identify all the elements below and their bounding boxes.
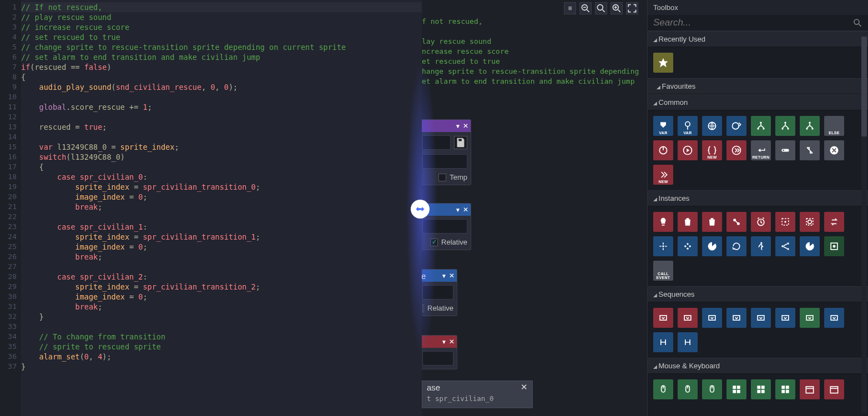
toolbox-item-mk-7[interactable] <box>800 379 820 399</box>
toolbox-item-inst-share[interactable] <box>775 236 795 256</box>
toolbox-item-mk-2[interactable] <box>678 379 698 399</box>
zoom-reset-icon[interactable] <box>595 2 607 14</box>
toolbox-item-mk-4[interactable] <box>726 379 746 399</box>
toolbox-item-inst-swap[interactable] <box>824 212 844 232</box>
toolbox-scrollbar[interactable] <box>861 37 867 414</box>
split-drag-handle[interactable] <box>411 200 430 219</box>
fullscreen-icon[interactable] <box>626 2 638 14</box>
toolbox-item-inst-target[interactable] <box>775 212 795 232</box>
toolbox-item-return[interactable]: RETURN <box>751 140 771 160</box>
svg-rect-53 <box>684 316 691 320</box>
toolbox-item-mk-3[interactable] <box>702 379 722 399</box>
toolbox-item-macro[interactable] <box>775 140 795 160</box>
toolbox-item-execute[interactable] <box>653 140 673 160</box>
toolbox-item-seq-3[interactable] <box>702 308 722 328</box>
section-favourites[interactable]: Favourites <box>648 78 868 94</box>
toolbox-item-star[interactable] <box>653 53 673 73</box>
toolbox-item-mk-1[interactable] <box>653 379 673 399</box>
close-icon[interactable]: ✕ <box>449 272 455 280</box>
toolbox-item-mk-5[interactable] <box>751 379 771 399</box>
toolbox-item-inst-link[interactable] <box>726 212 746 232</box>
svg-point-16 <box>757 128 759 129</box>
chevron-down-icon[interactable]: ▼ <box>441 273 447 279</box>
toolbox-item-seq-7[interactable] <box>800 308 820 328</box>
zoom-in-icon[interactable] <box>610 2 623 14</box>
svg-rect-74 <box>781 385 785 389</box>
svg-line-6 <box>618 10 620 12</box>
toolbox-item-seq-9[interactable] <box>653 332 673 352</box>
toolbox-item-globe[interactable] <box>702 116 722 136</box>
toolbox-item-if-expr[interactable] <box>775 116 795 136</box>
close-icon[interactable]: ✕ <box>463 122 468 130</box>
toolbox-item-seq-4[interactable] <box>726 308 746 328</box>
toolbox-item-inst-move[interactable] <box>653 236 673 256</box>
toolbox-item-inst-pac2[interactable] <box>800 236 820 256</box>
close-icon[interactable]: ✕ <box>463 206 468 214</box>
toolbox-item-seq-2[interactable] <box>678 308 698 328</box>
chevron-down-icon[interactable]: ▼ <box>455 207 461 213</box>
toolbox-item-mk-8[interactable] <box>824 379 844 399</box>
close-icon[interactable]: ✕ <box>521 382 528 392</box>
toolbox-item-play[interactable] <box>678 140 698 160</box>
section-sequences[interactable]: Sequences <box>648 286 868 302</box>
dnd-block-assign2[interactable]: e▼✕ Relative <box>422 269 457 316</box>
toolbox-item-inst-trash1[interactable] <box>678 212 698 232</box>
dnd-comment-text: f not rescued, lay rescue sound ncrease … <box>422 17 639 87</box>
toolbox-item-inst-dots[interactable] <box>678 236 698 256</box>
svg-rect-32 <box>662 225 665 226</box>
toolbox-item-new-script[interactable]: NEW <box>702 140 722 160</box>
visual-dnd-pane[interactable]: ≡ f not rescued, lay rescue sound ncreas… <box>422 0 647 416</box>
toolbox-item-globe-arrow[interactable] <box>726 116 746 136</box>
dnd-block-switch[interactable]: ▼✕ <box>422 335 457 369</box>
search-icon[interactable] <box>852 18 862 28</box>
section-mk[interactable]: Mouse & Keyboard <box>648 358 868 374</box>
svg-point-21 <box>809 122 810 124</box>
toolbox-item-new[interactable]: NEW <box>653 165 673 185</box>
section-common[interactable]: Common <box>648 94 868 110</box>
toolbox-item-seq-5[interactable] <box>751 308 771 328</box>
svg-point-43 <box>687 243 688 245</box>
toolbox-item-inst-pac[interactable] <box>702 236 722 256</box>
toolbox-item-inst-apply[interactable] <box>824 236 844 256</box>
toolbox-item-seq-1[interactable] <box>653 308 673 328</box>
toolbox-item-inst-alarm[interactable] <box>751 212 771 232</box>
case-title: ase <box>427 383 440 392</box>
search-input[interactable] <box>653 17 852 28</box>
toolbox-item-call[interactable] <box>726 140 746 160</box>
layout-icon[interactable]: ≡ <box>564 2 576 14</box>
close-icon[interactable]: ✕ <box>449 338 455 346</box>
toolbox-item-inst-bulb[interactable] <box>653 212 673 232</box>
toolbox-item-else[interactable]: ELSE <box>824 116 844 136</box>
relative-checkbox[interactable]: ✓ <box>430 239 438 246</box>
toolbox-item-inst-target2[interactable] <box>800 212 820 232</box>
toolbox-item-inst-callevt[interactable]: CALL EVENT <box>653 261 673 281</box>
dnd-block-playsound[interactable]: ▼✕ Temp <box>422 119 471 185</box>
save-icon[interactable] <box>454 136 467 149</box>
chevron-down-icon[interactable]: ▼ <box>455 123 461 129</box>
dnd-case-block[interactable]: ase✕ t spr_civilian_0 <box>422 381 533 408</box>
section-recent[interactable]: Recently Used <box>648 31 868 47</box>
chevron-down-icon[interactable]: ▼ <box>441 339 447 345</box>
toolbox-item-if-else[interactable] <box>800 116 820 136</box>
temp-checkbox[interactable] <box>438 174 446 181</box>
relative-checkbox[interactable] <box>422 305 424 312</box>
toolbox-item-inst-run[interactable] <box>751 236 771 256</box>
toolbox-item-seq-8[interactable] <box>824 308 844 328</box>
code-area[interactable]: // If not rescued,// play rescue sound//… <box>21 0 422 416</box>
toolbox-item-seq-6[interactable] <box>775 308 795 328</box>
toolbox-item-seq-10[interactable] <box>678 332 698 352</box>
svg-point-9 <box>854 19 859 24</box>
toolbox-item-if-var[interactable] <box>751 116 771 136</box>
toolbox-item-inst-trash2[interactable] <box>702 212 722 232</box>
toolbox-item-switch[interactable] <box>800 140 820 160</box>
svg-point-15 <box>760 122 761 124</box>
svg-line-35 <box>735 221 737 222</box>
toolbox-item-mk-6[interactable] <box>775 379 795 399</box>
section-instances[interactable]: Instances <box>648 190 868 206</box>
toolbox-item-assign-var[interactable]: VAR <box>653 116 673 136</box>
zoom-out-icon[interactable] <box>579 2 592 14</box>
toolbox-item-exit[interactable] <box>824 140 844 160</box>
toolbox-item-temp-var[interactable]: VAR <box>678 116 698 136</box>
toolbox-item-inst-rot[interactable] <box>726 236 746 256</box>
line-gutter: 1234567891011121314151617181920212223242… <box>0 0 21 416</box>
